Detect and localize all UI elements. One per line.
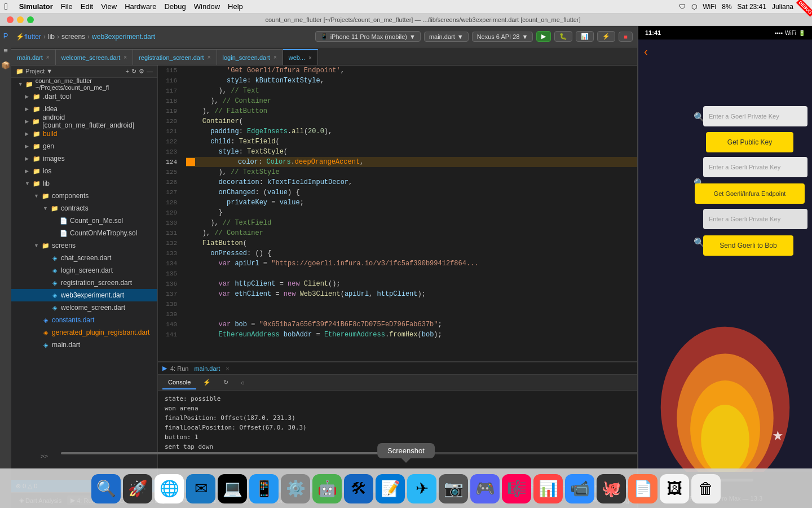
dock-screenshot[interactable]: 📷 (439, 474, 468, 503)
dock-discord[interactable]: 🎮 (470, 474, 500, 503)
profile-button[interactable]: ⚡ (597, 31, 615, 42)
menubar-bluetooth: ⬡ (691, 3, 697, 11)
maximize-button[interactable] (27, 16, 34, 23)
sim-input-3[interactable]: Enter a Goerli Private Key (703, 209, 807, 229)
tree-build[interactable]: ▶ 📁 build (11, 128, 157, 140)
dock-chrome[interactable]: 🌐 (155, 474, 184, 503)
coverage-button[interactable]: 📊 (576, 31, 594, 42)
line-140: var bob = "0x651ba7a656f39f241B6F8c7D075… (186, 319, 637, 330)
console-output: state: possible won arena finalPosition:… (158, 391, 637, 480)
dock-vscode[interactable]: 📝 (376, 474, 405, 503)
dock-xcode[interactable]: 🛠 (344, 474, 373, 503)
tree-settings-icon[interactable]: ⚙ (139, 68, 144, 75)
tree-chat[interactable]: ◈ chat_screen.dart (11, 252, 157, 264)
line-134: var apiUrl = "https://goerli.infura.io/v… (186, 259, 637, 269)
tab-registration[interactable]: registration_screen.dart × (133, 49, 217, 65)
dock-zoom[interactable]: 📹 (565, 474, 594, 503)
dock-trash[interactable]: 🗑 (691, 474, 721, 503)
line-130: ), // TextField (186, 218, 637, 228)
panel-tabs: Console ⚡ ↻ ○ (158, 375, 637, 391)
device-selector[interactable]: 📱 iPhone 11 Pro Max (mobile) ▼ (315, 31, 421, 42)
dock-garageband[interactable]: 🎼 (502, 474, 531, 503)
dock-activity[interactable]: 📊 (533, 474, 563, 503)
minimize-button[interactable] (17, 16, 24, 23)
line-124: color: Colors.deepOrangeAccent, (186, 157, 637, 167)
tree-web3[interactable]: ◈ web3experiment.dart (11, 289, 157, 301)
run-config[interactable]: main.dart ▼ (424, 32, 469, 42)
dock-appstore[interactable]: 📱 (249, 474, 279, 503)
tree-login[interactable]: ◈ login_screen.dart (11, 264, 157, 277)
sim-get-public-key-button[interactable]: Get Public Key (706, 132, 793, 152)
panel-tab-refresh[interactable]: ↻ (218, 376, 234, 389)
code-area[interactable]: 'Get Goerli/Infura Endpoint', style: kBu… (182, 65, 637, 361)
sim-send-goerli-button[interactable]: Send Goerli to Bob (703, 235, 793, 256)
tab-web3[interactable]: web... × (283, 49, 318, 65)
menu-edit[interactable]: Edit (81, 2, 93, 11)
sim-get-endpoint-button[interactable]: Get Goerli/Infura Endpoint (695, 183, 805, 204)
menu-debug[interactable]: Debug (164, 2, 186, 11)
tree-ios[interactable]: ▶ 📁 ios (11, 165, 157, 177)
line-125: ), // TextStyle (186, 167, 637, 177)
tree-maindart[interactable]: ◈ main.dart (11, 339, 157, 351)
dock-pages[interactable]: 📄 (628, 474, 657, 503)
tree-add-icon[interactable]: + (126, 68, 129, 75)
dock-github[interactable]: 🐙 (597, 474, 626, 503)
tab-main[interactable]: main.dart × (11, 49, 56, 65)
tree-root[interactable]: ▼ 📁 count_on_me_flutter ~/Projects/count… (11, 78, 157, 90)
dock-preview[interactable]: 🖼 (660, 474, 689, 503)
dock-android-studio[interactable]: 🤖 (312, 474, 342, 503)
dock-sysprefs[interactable]: ⚙️ (281, 474, 310, 503)
structure-icon[interactable]: ≡ (0, 45, 11, 56)
bottom-panel: ▶ 4: Run main.dart × Console ⚡ ↻ ○ s (158, 361, 637, 480)
tree-collapse-icon[interactable]: — (147, 68, 153, 75)
project-icon[interactable]: P (0, 30, 11, 41)
dock-terminal[interactable]: 💻 (218, 474, 247, 503)
screenshot-tooltip: Screenshot (377, 443, 435, 458)
menu-window[interactable]: Window (194, 2, 220, 11)
tree-trophy-sol[interactable]: 📄 CountOnMeTrophy.sol (11, 227, 157, 239)
sim-input-2[interactable]: Enter a Goerli Private Key (703, 157, 807, 177)
tree-refresh-icon[interactable]: ↻ (131, 68, 136, 75)
sim-input-1[interactable]: Enter a Goerl Private Key (703, 106, 807, 126)
resource-icon[interactable]: 📦 (0, 59, 11, 71)
tab-welcome[interactable]: welcome_screen.dart × (56, 49, 133, 65)
menu-view[interactable]: View (101, 2, 117, 11)
stop-button[interactable]: ■ (619, 32, 633, 42)
tree-screens[interactable]: ▼ 📁 screens (11, 239, 157, 252)
tree-constants[interactable]: ◈ constants.dart (11, 314, 157, 326)
menu-file[interactable]: File (61, 2, 73, 11)
tab-login[interactable]: login_screen.dart × (217, 49, 283, 65)
nexus-selector[interactable]: Nexus 6 API 28 ▼ (472, 32, 533, 42)
close-button[interactable] (7, 16, 14, 23)
tree-lib[interactable]: ▼ 📁 lib (11, 177, 157, 190)
menu-help[interactable]: Help (228, 2, 243, 11)
tree-android[interactable]: ▶ 📁 android [count_on_me_flutter_android… (11, 115, 157, 128)
line-131: ), // Container (186, 228, 637, 238)
panel-tab-console[interactable]: Console (162, 376, 196, 389)
tree-components[interactable]: ▼ 📁 components (11, 190, 157, 202)
menu-hardware[interactable]: Hardware (125, 2, 156, 11)
tree-registration[interactable]: ◈ registration_screen.dart (11, 277, 157, 289)
run-button[interactable]: ▶ (536, 31, 551, 42)
tree-generated[interactable]: ◈ generated_plugin_registrant.dart (11, 326, 157, 339)
window-title: count_on_me_flutter [~/Projects/count_on… (41, 16, 805, 23)
tree-contracts[interactable]: ▼ 📁 contracts (11, 202, 157, 214)
debug-button[interactable]: 🐛 (554, 31, 572, 42)
menubar:  Simulator File Edit View Hardware Debu… (0, 0, 812, 14)
dock-mail[interactable]: ✉ (186, 474, 215, 503)
panel-tab-lightning[interactable]: ⚡ (197, 376, 217, 389)
line-129: } (186, 208, 637, 218)
tree-dart-tool[interactable]: ▶ 📁 .dart_tool (11, 90, 157, 103)
dock-telegram[interactable]: ✈ (407, 474, 436, 503)
breadcrumb-lib: lib (48, 33, 55, 41)
tree-count-sol[interactable]: 📄 Count_on_Me.sol (11, 214, 157, 227)
panel-tab-circle[interactable]: ○ (235, 376, 250, 389)
tree-images[interactable]: ▶ 📁 images (11, 152, 157, 165)
apple-menu[interactable]:  (5, 2, 8, 12)
app-name[interactable]: Simulator (19, 2, 53, 11)
tree-welcome[interactable]: ◈ welcome_screen.dart (11, 301, 157, 314)
dock-finder[interactable]: 🔍 (91, 474, 121, 503)
sim-back-button[interactable]: ‹ (644, 45, 648, 58)
tree-gen[interactable]: ▶ 📁 gen (11, 140, 157, 152)
dock-launchpad[interactable]: 🚀 (123, 474, 152, 503)
